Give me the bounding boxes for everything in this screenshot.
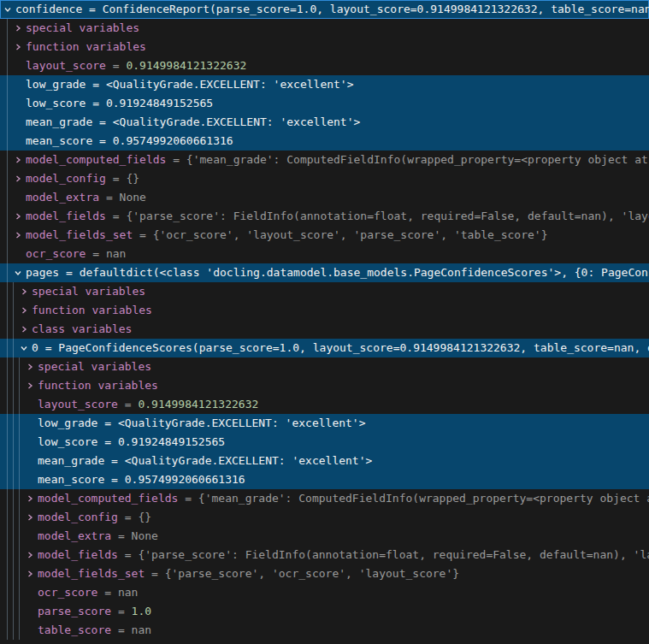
tree-row[interactable]: layout_score = 0.9149984121322632 — [0, 395, 649, 414]
tree-row[interactable]: model_extra = None — [0, 527, 649, 546]
chevron-right-icon[interactable] — [13, 226, 23, 245]
variable-name: model_fields — [38, 548, 118, 561]
tree-row[interactable]: low_grade = <QualityGrade.EXCELLENT: 'ex… — [0, 75, 649, 94]
indent-guide — [7, 564, 8, 583]
indent-guide — [13, 282, 14, 301]
variable-value: nan — [132, 623, 151, 636]
indent-guide — [13, 564, 14, 583]
tree-row[interactable]: mean_score = 0.9574992060661316 — [0, 132, 649, 151]
variable-name: parse_score — [38, 605, 111, 617]
chevron-right-icon[interactable] — [13, 169, 23, 188]
variable-name: low_score — [38, 435, 97, 448]
variable-value: {'mean_grade': ComputedFieldInfo(wrapped… — [198, 492, 649, 505]
indent-guide — [7, 132, 8, 151]
tree-row[interactable]: mean_grade = <QualityGrade.EXCELLENT: 'e… — [0, 113, 649, 132]
variable-value: {} — [138, 511, 151, 523]
variable-value: 0.9574992060661316 — [113, 134, 233, 147]
indent-guide — [7, 452, 8, 470]
tree-row[interactable]: special variables — [0, 19, 649, 38]
indent-guide — [7, 395, 8, 414]
tree-row[interactable]: model_computed_fields = {'mean_grade': C… — [0, 489, 649, 508]
chevron-right-icon[interactable] — [25, 564, 35, 583]
variable-name: model_config — [38, 511, 118, 523]
tree-row[interactable]: 0 = PageConfidenceScores(parse_score=1.0… — [0, 339, 649, 357]
group-label: function variables — [38, 379, 158, 392]
tree-row[interactable]: function variables — [0, 376, 649, 395]
indent-guide — [7, 19, 8, 38]
chevron-right-icon[interactable] — [25, 489, 35, 508]
indent-guide — [7, 207, 8, 226]
variable-name: mean_grade — [38, 454, 104, 467]
indent-guide — [19, 470, 20, 489]
equals-sign: = — [178, 492, 198, 505]
chevron-down-icon[interactable] — [13, 263, 23, 282]
chevron-right-icon[interactable] — [25, 357, 35, 376]
chevron-right-icon[interactable] — [25, 376, 35, 395]
tree-row[interactable]: function variables — [0, 38, 649, 56]
tree-row[interactable]: pages = defaultdict(<class 'docling.data… — [0, 263, 649, 282]
tree-row[interactable]: model_config = {} — [0, 508, 649, 527]
tree-row[interactable]: special variables — [0, 357, 649, 376]
tree-row[interactable]: confidence = ConfidenceReport(parse_scor… — [0, 0, 649, 19]
tree-row[interactable]: low_score = 0.91924849152565 — [0, 433, 649, 452]
variable-name: low_grade — [26, 78, 86, 91]
tree-row[interactable]: special variables — [0, 282, 649, 301]
indent-guide — [7, 527, 8, 546]
tree-row[interactable]: model_fields = {'parse_score': FieldInfo… — [0, 207, 649, 226]
chevron-down-icon[interactable] — [3, 0, 13, 19]
tree-row[interactable]: function variables — [0, 301, 649, 320]
indent-guide — [13, 433, 14, 452]
indent-guide — [7, 433, 8, 452]
chevron-right-icon[interactable] — [25, 546, 35, 564]
variable-name: ocr_score — [26, 247, 86, 260]
variable-value: defaultdict(<class 'docling.datamodel.ba… — [80, 266, 649, 279]
equals-sign: = — [92, 134, 112, 147]
indent-guide — [7, 546, 8, 564]
chevron-right-icon[interactable] — [19, 301, 29, 320]
variable-name: mean_score — [26, 134, 92, 147]
equals-sign: = — [97, 435, 117, 448]
chevron-right-icon[interactable] — [13, 151, 23, 169]
indent-guide — [7, 357, 8, 376]
equals-sign: = — [133, 228, 152, 241]
tree-row[interactable]: layout_score = 0.9149984121322632 — [0, 56, 649, 75]
indent-guide — [7, 188, 8, 207]
tree-row[interactable]: model_fields_set = {'ocr_score', 'layout… — [0, 226, 649, 245]
chevron-right-icon[interactable] — [19, 282, 29, 301]
tree-row[interactable]: mean_score = 0.9574992060661316 — [0, 470, 649, 489]
equals-sign: = — [86, 78, 105, 91]
equals-sign: = — [99, 191, 119, 204]
tree-row[interactable]: ocr_score = nan — [0, 583, 649, 602]
indent-guide — [7, 75, 8, 94]
variable-name: low_score — [26, 97, 86, 109]
tree-row[interactable]: model_computed_fields = {'mean_grade': C… — [0, 151, 649, 169]
indent-guide — [13, 339, 14, 357]
equals-sign: = — [97, 586, 117, 599]
tree-row[interactable]: model_fields_set = {'parse_score', 'ocr_… — [0, 564, 649, 583]
tree-row[interactable]: low_score = 0.91924849152565 — [0, 94, 649, 113]
chevron-right-icon[interactable] — [19, 320, 29, 339]
chevron-right-icon[interactable] — [13, 19, 23, 38]
variable-value: {'ocr_score', 'layout_score', 'parse_sco… — [153, 228, 548, 241]
chevron-down-icon[interactable] — [19, 339, 29, 357]
tree-row[interactable]: table_score = nan — [0, 621, 649, 640]
tree-row[interactable]: low_grade = <QualityGrade.EXCELLENT: 'ex… — [0, 414, 649, 433]
tree-row[interactable]: model_fields = {'parse_score': FieldInfo… — [0, 546, 649, 564]
group-label: special variables — [38, 360, 151, 373]
chevron-right-icon[interactable] — [25, 508, 35, 527]
tree-row[interactable]: mean_grade = <QualityGrade.EXCELLENT: 'e… — [0, 452, 649, 470]
indent-guide — [13, 621, 14, 640]
tree-row[interactable]: class variables — [0, 320, 649, 339]
tree-row[interactable]: ocr_score = nan — [0, 245, 649, 263]
chevron-right-icon[interactable] — [13, 38, 23, 56]
indent-guide — [13, 527, 14, 546]
chevron-right-icon[interactable] — [13, 207, 23, 226]
group-label: special variables — [32, 285, 145, 298]
variable-value: 1.0 — [132, 605, 151, 617]
tree-row[interactable]: model_config = {} — [0, 169, 649, 188]
indent-guide — [7, 151, 8, 169]
tree-row[interactable]: parse_score = 1.0 — [0, 602, 649, 621]
variable-value: <QualityGrade.EXCELLENT: 'excellent'> — [113, 115, 361, 128]
tree-row[interactable]: model_extra = None — [0, 188, 649, 207]
indent-guide — [19, 433, 20, 452]
